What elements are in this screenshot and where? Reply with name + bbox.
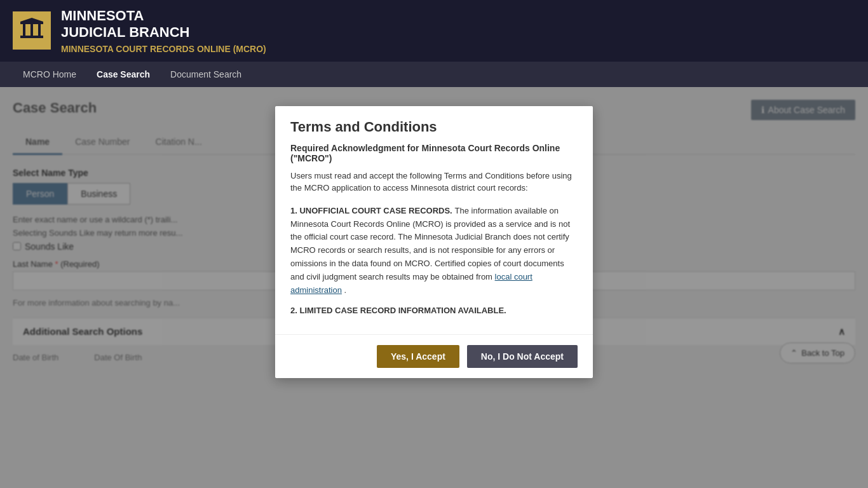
svg-rect-4 bbox=[31, 24, 33, 36]
site-logo bbox=[13, 11, 51, 50]
svg-rect-2 bbox=[20, 22, 43, 24]
modal-section-2: 2. LIMITED CASE RECORD INFORMATION AVAIL… bbox=[290, 306, 578, 315]
modal-overlay: Terms and Conditions Required Acknowledg… bbox=[0, 87, 868, 488]
modal-acknowledgment: Required Acknowledgment for Minnesota Co… bbox=[290, 143, 578, 163]
header-text-group: MINNESOTA JUDICIAL BRANCH MINNESOTA COUR… bbox=[61, 8, 266, 54]
modal-footer: Yes, I Accept No, I Do Not Accept bbox=[275, 334, 593, 378]
accept-button[interactable]: Yes, I Accept bbox=[377, 345, 459, 368]
nav-mcro-home[interactable]: MCRO Home bbox=[13, 62, 86, 87]
modal-section-1-text: The information available on Minnesota C… bbox=[290, 206, 570, 281]
site-header: MINNESOTA JUDICIAL BRANCH MINNESOTA COUR… bbox=[0, 0, 868, 62]
modal-title: Terms and Conditions bbox=[290, 119, 578, 135]
terms-modal: Terms and Conditions Required Acknowledg… bbox=[275, 106, 593, 379]
modal-section-1: 1. UNOFFICIAL COURT CASE RECORDS. The in… bbox=[290, 205, 578, 297]
nav-case-search[interactable]: Case Search bbox=[86, 62, 160, 89]
modal-intro: Users must read and accept the following… bbox=[290, 170, 578, 194]
modal-section-1-end: . bbox=[344, 285, 347, 295]
modal-section-1-body: The information available on Minnesota C… bbox=[290, 206, 570, 295]
decline-button[interactable]: No, I Do Not Accept bbox=[467, 345, 578, 368]
modal-section-2-title: 2. LIMITED CASE RECORD INFORMATION AVAIL… bbox=[290, 306, 578, 315]
modal-body: Required Acknowledgment for Minnesota Co… bbox=[275, 143, 593, 335]
modal-section-1-title: 1. UNOFFICIAL COURT CASE RECORDS. bbox=[290, 206, 452, 215]
header-title-line2: JUDICIAL BRANCH bbox=[61, 24, 266, 41]
logo-icon bbox=[18, 17, 46, 44]
main-nav: MCRO Home Case Search Document Search bbox=[0, 62, 868, 87]
nav-document-search[interactable]: Document Search bbox=[160, 62, 252, 87]
modal-header: Terms and Conditions bbox=[275, 106, 593, 143]
header-title-mcro: MINNESOTA COURT RECORDS ONLINE (MCRO) bbox=[61, 44, 266, 54]
svg-rect-1 bbox=[20, 36, 43, 38]
svg-rect-3 bbox=[23, 24, 25, 36]
header-title-line1: MINNESOTA bbox=[61, 8, 266, 24]
svg-rect-5 bbox=[38, 24, 41, 36]
page-content: Case Search ℹ About Case Search Name Cas… bbox=[0, 87, 868, 488]
